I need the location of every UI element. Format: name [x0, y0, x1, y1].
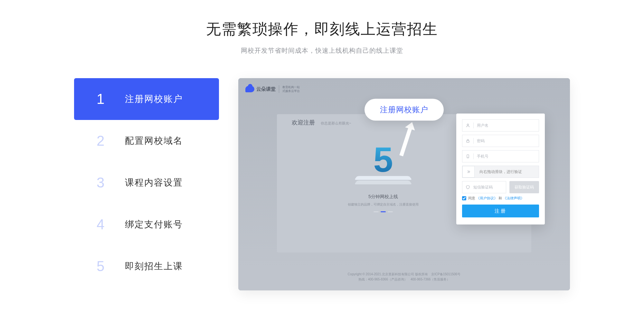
step-start-teaching[interactable]: 5 即刻招生上课 — [74, 245, 219, 287]
step-register-account[interactable]: 1 注册网校账户 — [74, 78, 219, 120]
illus-desc: 创建独立的品牌，可绑定自主域名，注册直接使用 — [338, 202, 428, 207]
shield-icon — [466, 185, 470, 189]
icp-link[interactable]: 京ICP备15011506号 — [431, 272, 460, 276]
brand-logo: 云朵课堂 — [245, 86, 276, 92]
register-form: 用户名 密码 手机号 向右拖动滑块，进行验证 — [456, 114, 545, 224]
preview-panel: 云朵课堂 教育机构一站 式服务云平台 欢迎注册 你总是那么有眼光~ 已有账号? … — [238, 78, 570, 290]
step-number: 5 — [97, 258, 116, 274]
get-code-button[interactable]: 获取验证码 — [509, 181, 539, 193]
step-label: 绑定支付账号 — [125, 218, 183, 231]
password-field[interactable]: 密码 — [462, 135, 539, 147]
preview-topbar: 云朵课堂 教育机构一站 式服务云平台 — [245, 85, 300, 93]
step-label: 配置网校域名 — [125, 135, 183, 147]
step-number: 4 — [97, 216, 116, 233]
dot[interactable] — [388, 211, 393, 212]
step-label: 即刻招生上课 — [125, 260, 183, 272]
placeholder: 短信验证码 — [473, 185, 493, 190]
svg-point-0 — [467, 124, 469, 125]
dot-active[interactable] — [381, 211, 386, 212]
preview-footer: Copyright © 2014-2021.北京昱新科技有限公司 版权所有 京I… — [238, 272, 570, 282]
step-label: 注册网校账户 — [125, 93, 183, 105]
phone-icon — [466, 154, 470, 159]
double-arrow-right-icon — [466, 169, 471, 174]
step-number: 3 — [97, 175, 116, 191]
slider-handle[interactable] — [462, 166, 475, 178]
page-subtitle: 网校开发节省时间成本，快速上线机构自己的线上课堂 — [0, 46, 644, 55]
username-field[interactable]: 用户名 — [462, 119, 539, 132]
lock-icon — [466, 139, 470, 143]
dot[interactable] — [374, 211, 379, 212]
step-number: 2 — [97, 133, 116, 149]
platform-graphic — [356, 174, 411, 190]
slider-captcha[interactable]: 向右拖动滑块，进行验证 — [462, 166, 539, 178]
brand-tagline: 教育机构一站 式服务云平台 — [279, 85, 300, 93]
carousel-dots — [338, 211, 428, 212]
svg-rect-1 — [467, 141, 469, 142]
step-configure-domain[interactable]: 2 配置网校域名 — [74, 120, 219, 162]
legal-statement-link[interactable]: 《法律声明》 — [503, 196, 524, 200]
page-title: 无需繁琐操作，即刻线上运营招生 — [0, 19, 644, 39]
placeholder: 用户名 — [477, 123, 488, 128]
steps-nav: 1 注册网校账户 2 配置网校域名 3 课程内容设置 4 绑定支付账号 5 即刻… — [74, 78, 219, 290]
brand-name: 云朵课堂 — [256, 86, 276, 92]
cloud-icon — [245, 86, 254, 92]
placeholder: 手机号 — [477, 154, 488, 159]
user-agreement-link[interactable]: 《用户协议》 — [476, 196, 497, 200]
register-slogan: 你总是那么有眼光~ — [321, 121, 351, 126]
slider-text: 向右拖动滑块，进行验证 — [479, 169, 522, 175]
register-title: 欢迎注册 — [292, 119, 315, 126]
placeholder: 密码 — [477, 138, 485, 144]
step-course-content[interactable]: 3 课程内容设置 — [74, 162, 219, 204]
step-label: 课程内容设置 — [125, 177, 183, 189]
illus-title: 5分钟网校上线 — [338, 194, 428, 200]
sms-code-field[interactable]: 短信验证码 — [462, 181, 506, 193]
phone-field[interactable]: 手机号 — [462, 150, 539, 162]
user-icon — [466, 123, 470, 128]
step-bind-payment[interactable]: 4 绑定支付账号 — [74, 204, 219, 245]
agree-row[interactable]: 同意 《用户协议》 和 《法律声明》 — [462, 196, 539, 201]
pill-callout: 注册网校账户 — [365, 99, 444, 121]
center-illustration: 5 5分钟网校上线 创建独立的品牌，可绑定自主域名，注册直接使用 — [338, 142, 428, 212]
big-number: 5 — [338, 142, 428, 177]
step-number: 1 — [97, 91, 116, 107]
register-submit-button[interactable]: 注册 — [462, 205, 539, 217]
agree-checkbox[interactable] — [462, 196, 466, 200]
